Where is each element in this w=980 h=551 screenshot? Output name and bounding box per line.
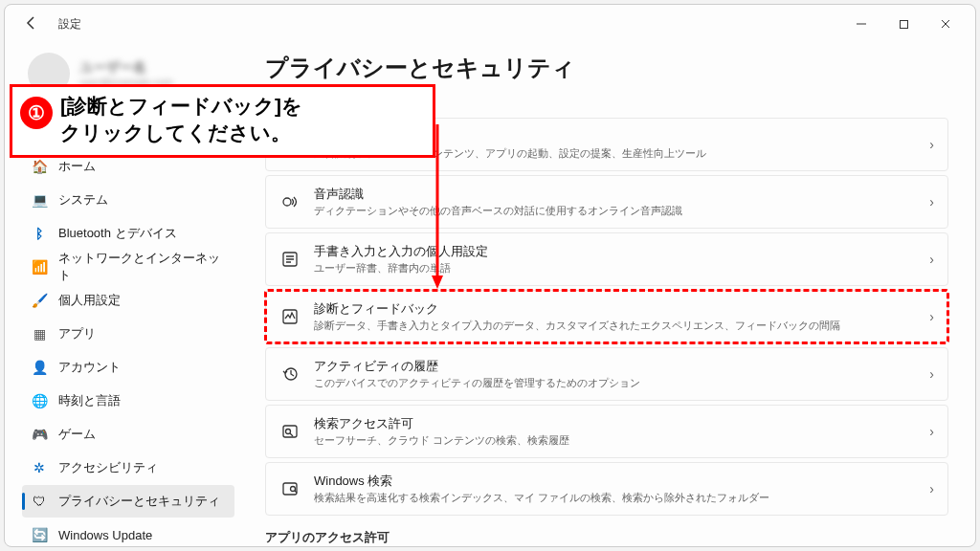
sidebar-item-label: Windows Update [58,528,152,542]
page-title: プライバシーとセキュリティ [265,53,948,83]
step-number-badge: ① [20,97,53,129]
sidebar-item-label: アクセシビリティ [58,459,158,476]
card-title: 検索アクセス許可 [314,415,929,432]
svg-rect-1 [900,20,907,28]
account-icon: 👤 [32,360,47,375]
instruction-text: [診断とフィードバック]を クリックしてください。 [60,93,421,147]
back-button[interactable] [24,15,41,33]
sidebar-item-label: システム [58,191,108,209]
sidebar-item-label: ホーム [58,158,96,175]
card-desc: このデバイスでのアクティビティの履歴を管理するためのオプション [314,376,929,390]
chevron-right-icon: › [929,309,934,324]
chevron-right-icon: › [929,194,934,209]
svg-point-5 [283,198,291,206]
card-desc: 診断データ、手書き入力とタイプ入力のデータ、カスタマイズされたエクスペリエンス、… [314,319,929,333]
accessibility-icon: ✲ [32,460,47,475]
sidebar-item-time-language[interactable]: 🌐時刻と言語 [22,385,234,417]
sidebar-item-bluetooth[interactable]: ᛒBluetooth とデバイス [22,217,234,250]
history-icon [279,364,301,385]
brush-icon: 🖌️ [32,293,47,308]
card-search-permissions[interactable]: 検索アクセス許可セーフサーチ、クラウド コンテンツの検索、検索履歴 › [265,405,948,458]
sidebar-item-label: ゲーム [58,426,96,443]
card-windows-search[interactable]: Windows 検索検索結果を高速化する検索インデックス、マイ ファイルの検索、… [265,462,948,516]
titlebar: 設定 [5,5,975,43]
sidebar-item-accounts[interactable]: 👤アカウント [22,351,234,384]
chevron-right-icon: › [929,424,934,439]
card-diagnostics-feedback[interactable]: 診断とフィードバック診断データ、手書き入力とタイプ入力のデータ、カスタマイズされ… [265,290,948,343]
sidebar-item-label: 時刻と言語 [58,392,121,409]
window-controls [841,11,966,37]
sidebar-item-label: アカウント [58,359,121,376]
windows-search-icon [279,478,301,499]
close-button[interactable] [925,11,966,37]
nav: 🏠ホーム 💻システム ᛒBluetooth とデバイス 📶ネットワークとインター… [22,150,234,546]
search-perm-icon [279,421,301,442]
card-title: 診断とフィードバック [314,300,929,318]
bluetooth-icon: ᛒ [32,226,47,241]
sidebar-item-label: アプリ [58,325,96,342]
card-desc: ユーザー辞書、辞書内の単語 [314,261,929,276]
svg-point-10 [286,430,291,434]
svg-point-12 [291,487,296,492]
card-desc: 検索結果を高速化する検索インデックス、マイ ファイルの検索、検索から除外されたフ… [314,491,929,505]
card-activity-history[interactable]: アクティビティの履歴このデバイスでのアクティビティの履歴を管理するためのオプショ… [265,347,948,401]
sidebar-item-system[interactable]: 💻システム [22,184,234,216]
sidebar-item-privacy[interactable]: 🛡プライバシーとセキュリティ [22,485,234,518]
globe-icon: 🌐 [32,393,47,408]
app-title: 設定 [58,16,81,33]
chevron-right-icon: › [929,137,934,152]
sidebar-item-label: ネットワークとインターネット [58,250,225,284]
update-icon: 🔄 [32,527,47,542]
card-desc: ディクテーションやその他の音声ベースの対話に使用するオンライン音声認識 [314,204,929,218]
sidebar-item-label: Bluetooth とデバイス [58,225,177,242]
sidebar-item-personalization[interactable]: 🖌️個人用設定 [22,284,234,317]
shield-icon: 🛡 [32,494,47,509]
gaming-icon: 🎮 [32,427,47,442]
sidebar-item-gaming[interactable]: 🎮ゲーム [22,418,234,451]
minimize-button[interactable] [841,11,881,37]
apps-icon: ▦ [32,326,47,342]
system-icon: 💻 [32,192,47,208]
card-title: 音声認識 [314,186,929,203]
sidebar-item-label: プライバシーとセキュリティ [58,493,220,510]
instruction-callout: ① [診断とフィードバック]を クリックしてください。 [10,84,435,158]
diagnostics-icon [279,306,301,327]
sidebar-item-network[interactable]: 📶ネットワークとインターネット [22,251,234,283]
chevron-right-icon: › [929,481,934,496]
user-name: ユーザー名 [79,59,173,77]
card-desc: セーフサーチ、クラウド コンテンツの検索、検索履歴 [314,433,929,448]
section-label: アプリのアクセス許可 [265,529,948,546]
inking-icon [279,249,301,270]
card-inking[interactable]: 手書き入力と入力の個人用設定ユーザー辞書、辞書内の単語 › [265,232,948,286]
network-icon: 📶 [32,259,47,275]
maximize-button[interactable] [883,11,924,37]
chevron-right-icon: › [929,252,934,267]
card-title: 手書き入力と入力の個人用設定 [314,243,929,260]
card-title: Windows 検索 [314,473,929,490]
sidebar-item-apps[interactable]: ▦アプリ [22,318,234,350]
sidebar-item-accessibility[interactable]: ✲アクセシビリティ [22,452,234,484]
sidebar-item-label: 個人用設定 [58,292,121,309]
card-title: アクティビティの履歴 [314,358,929,375]
home-icon: 🏠 [32,159,47,174]
sidebar-item-windows-update[interactable]: 🔄Windows Update [22,518,234,546]
card-speech[interactable]: 音声認識ディクテーションやその他の音声ベースの対話に使用するオンライン音声認識 … [265,175,948,229]
speech-icon [279,191,301,212]
chevron-right-icon: › [929,366,934,382]
